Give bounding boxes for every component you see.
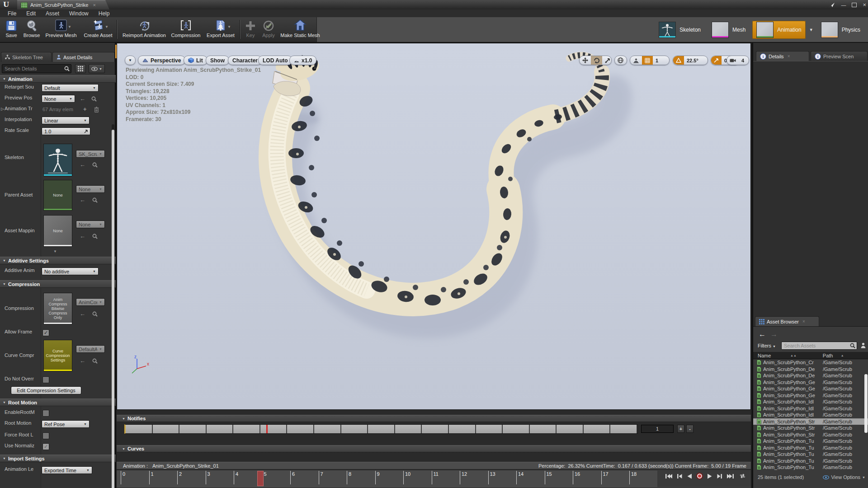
document-tab[interactable]: Anim_ScrubPython_Strike × <box>17 0 109 9</box>
mode-mesh-button[interactable]: Mesh <box>708 21 750 39</box>
notify-track-cell[interactable] <box>179 425 207 433</box>
tab-close-icon[interactable]: × <box>802 319 805 324</box>
loop-button[interactable] <box>739 473 746 479</box>
collapsed-triangle-icon[interactable]: ▷ <box>1 107 4 111</box>
asset-row[interactable]: Anim_ScrubPython_Str /Game/Scrub <box>753 425 868 432</box>
reset-arrow-icon[interactable]: ← <box>80 96 85 102</box>
dropdown-caret-icon[interactable]: ▼ <box>227 25 231 29</box>
browse-to-asset-icon[interactable] <box>91 96 97 102</box>
add-notify-track-button[interactable]: + <box>677 425 684 433</box>
show-menu-button[interactable]: Show <box>206 56 229 65</box>
make-static-mesh-button[interactable]: Make Static Mesh <box>278 19 322 40</box>
asset-row[interactable]: Anim_ScrubPython_Cr /Game/Scrub <box>753 359 868 366</box>
notify-track-cell[interactable] <box>395 425 422 433</box>
interpolation-dropdown[interactable]: Linear▼ <box>42 117 90 124</box>
notify-track-value[interactable]: 1 <box>641 425 674 433</box>
property-matrix-button[interactable] <box>75 64 86 73</box>
share-icon[interactable] <box>829 2 835 8</box>
animation-viewport[interactable]: ▼ Perspective Lit Show Character LOD Aut… <box>117 43 751 410</box>
browse-button[interactable]: Browse <box>22 19 42 40</box>
browse-to-asset-icon[interactable] <box>92 234 98 239</box>
preview-mesh-button[interactable]: ▼ Preview Mesh <box>42 19 80 40</box>
lit-mode-button[interactable]: Lit <box>184 56 208 65</box>
reset-arrow-icon[interactable]: ← <box>80 311 85 317</box>
create-asset-button[interactable]: ▼ Create Asset <box>80 19 116 40</box>
tab-preview-scene[interactable]: i Preview Scen <box>811 51 868 61</box>
asset-row[interactable]: Anim_ScrubPython_Tu /Game/Scrub <box>753 438 868 445</box>
title-bar[interactable]: U Anim_ScrubPython_Strike × — × <box>0 0 868 10</box>
retarget-source-dropdown[interactable]: Default▼ <box>42 84 99 92</box>
tab-close-icon[interactable]: × <box>93 2 95 8</box>
camera-speed-value[interactable]: 4 <box>739 56 747 65</box>
scale-snap-toggle[interactable] <box>711 56 722 65</box>
grid-snap-toggle[interactable] <box>642 56 653 65</box>
details-search-input[interactable] <box>2 64 71 73</box>
reset-arrow-icon[interactable]: ← <box>80 162 85 168</box>
reset-arrow-icon[interactable]: ← <box>80 358 85 364</box>
notify-track-cell[interactable] <box>153 425 180 433</box>
tab-skeleton-tree[interactable]: Skeleton Tree <box>1 52 52 62</box>
asset-row[interactable]: Anim_ScrubPython_De /Game/Scrub <box>753 372 868 379</box>
scale-tool-button[interactable] <box>602 56 612 65</box>
curve-compression-dropdown[interactable]: DefaultAn▼ <box>76 345 105 353</box>
tab-asset-details[interactable]: Asset Details <box>52 52 115 62</box>
to-end-button[interactable] <box>727 474 734 479</box>
menu-item[interactable]: Help <box>94 10 115 17</box>
notify-track-cell[interactable] <box>610 425 637 433</box>
notify-playhead[interactable] <box>266 425 268 433</box>
notify-track-cell[interactable] <box>422 425 449 433</box>
force-root-lock-checkbox[interactable] <box>42 432 49 439</box>
asset-row[interactable]: Anim_ScrubPython_Ge /Game/Scrub <box>753 392 868 399</box>
notify-track-cell[interactable] <box>530 425 557 433</box>
allow-frame-checkbox[interactable]: ✓ <box>42 329 49 336</box>
curve-compression-thumbnail[interactable]: Curve Compression Settings <box>43 340 72 371</box>
preview-pose-dropdown[interactable]: None▼ <box>42 95 75 103</box>
column-name[interactable]: Name <box>753 353 790 358</box>
rotation-snap-value[interactable]: 22.5° <box>684 56 701 65</box>
menu-item[interactable]: File <box>3 10 21 17</box>
browse-to-asset-icon[interactable] <box>92 358 98 364</box>
compression-scheme-thumbnail[interactable]: Anim Compress Bitwise Compress Only <box>43 293 72 324</box>
key-button[interactable]: Key <box>243 19 258 40</box>
notify-track-cell[interactable] <box>260 425 288 433</box>
notify-track-cell[interactable] <box>503 425 530 433</box>
enable-root-motion-checkbox[interactable] <box>42 410 49 417</box>
asset-row[interactable]: Anim_ScrubPython_Idl /Game/Scrub <box>753 412 868 418</box>
reimport-animation-button[interactable]: Reimport Animation <box>120 19 168 40</box>
asset-row[interactable]: Anim_ScrubPython_Str /Game/Scrub <box>753 418 868 425</box>
camera-speed-button[interactable] <box>727 56 739 65</box>
notify-track-cell[interactable] <box>476 425 503 433</box>
reset-arrow-icon[interactable]: ← <box>80 197 85 203</box>
grid-snap-value[interactable]: 1 <box>653 56 661 65</box>
dropdown-caret-icon[interactable]: ▼ <box>105 25 108 29</box>
viewport-options-button[interactable]: ▼ <box>125 56 136 65</box>
expander-arrow-icon[interactable]: ▼ <box>53 249 57 253</box>
rotation-snap-toggle[interactable] <box>673 56 684 65</box>
column-path[interactable]: Path <box>797 353 841 358</box>
additive-anim-dropdown[interactable]: No additive▼ <box>42 267 99 275</box>
notify-track-cell[interactable] <box>126 425 153 433</box>
section-import-settings[interactable]: ▼ Import Settings <box>0 455 116 462</box>
perspective-button[interactable]: Perspective <box>138 56 185 65</box>
timeline-playhead[interactable] <box>257 471 264 486</box>
asset-row[interactable]: Anim_ScrubPython_Tu /Game/Scrub <box>753 451 868 458</box>
notify-track-cell[interactable] <box>314 425 341 433</box>
root-motion-lock-dropdown[interactable]: Ref Pose▼ <box>42 420 90 428</box>
asset-search-input[interactable] <box>781 342 857 350</box>
add-element-icon[interactable]: + <box>83 106 87 113</box>
skeleton-asset-dropdown[interactable]: SK_Scrubl▼ <box>76 150 105 158</box>
menu-item[interactable]: Asset <box>41 10 64 17</box>
do-not-override-checkbox[interactable] <box>42 376 49 383</box>
asset-row[interactable]: Anim_ScrubPython_De /Game/Scrub <box>753 366 868 373</box>
animation-length-dropdown[interactable]: Exported Time▼ <box>42 466 92 474</box>
asset-row[interactable]: Anim_ScrubPython_Tu /Game/Scrub <box>753 458 868 465</box>
character-menu-button[interactable]: Character <box>228 56 262 65</box>
play-reverse-button[interactable] <box>687 474 692 479</box>
browse-to-asset-icon[interactable] <box>92 311 98 317</box>
trash-icon[interactable] <box>94 107 99 113</box>
mode-physics-button[interactable]: Physics <box>817 21 864 39</box>
step-back-button[interactable] <box>677 474 682 479</box>
notify-track-cell[interactable] <box>207 425 234 433</box>
compression-button[interactable]: Compression <box>169 19 203 40</box>
coordinate-space-button[interactable] <box>614 56 627 65</box>
